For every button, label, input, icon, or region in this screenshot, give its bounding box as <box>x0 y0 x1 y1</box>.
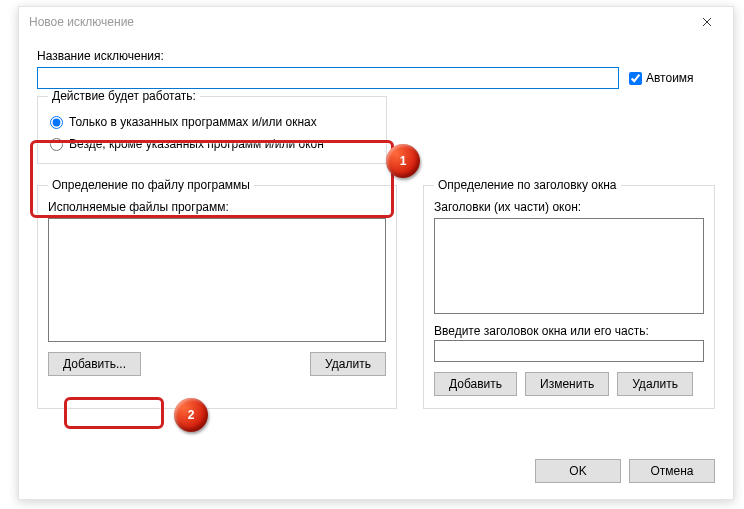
cancel-button[interactable]: Отмена <box>629 459 715 483</box>
action-scope-legend: Действие будет работать: <box>48 89 200 103</box>
title-list-label: Заголовки (их части) окон: <box>434 200 704 214</box>
delete-title-button[interactable]: Удалить <box>617 372 693 396</box>
window-title-input[interactable] <box>434 340 704 362</box>
title-group-legend: Определение по заголовку окна <box>434 178 621 192</box>
dialog-footer: OK Отмена <box>535 459 715 483</box>
window-titles-listbox[interactable] <box>434 218 704 314</box>
close-icon <box>702 17 712 27</box>
auto-name-check[interactable] <box>629 72 642 85</box>
add-title-button[interactable]: Добавить <box>434 372 517 396</box>
action-scope-group: Действие будет работать: Только в указан… <box>37 89 387 164</box>
title-definition-group: Определение по заголовку окна Заголовки … <box>423 178 715 409</box>
radio-only[interactable] <box>50 116 63 129</box>
file-group-legend: Определение по файлу программы <box>48 178 254 192</box>
radio-except[interactable] <box>50 138 63 151</box>
file-definition-group: Определение по файлу программы Исполняем… <box>37 178 397 409</box>
delete-file-button[interactable]: Удалить <box>310 352 386 376</box>
file-list-label: Исполняемые файлы программ: <box>48 200 386 214</box>
close-button[interactable] <box>685 8 729 36</box>
dialog-window: Новое исключение Название исключения: Ав… <box>18 6 734 500</box>
auto-name-label: Автоимя <box>646 71 694 85</box>
title-input-label: Введите заголовок окна или его часть: <box>434 324 704 338</box>
ok-button[interactable]: OK <box>535 459 621 483</box>
name-label: Название исключения: <box>37 49 715 63</box>
executable-files-listbox[interactable] <box>48 218 386 342</box>
auto-name-checkbox[interactable]: Автоимя <box>629 71 694 85</box>
radio-except-label: Везде, кроме указанных программ и/или ок… <box>69 137 324 151</box>
radio-except-row[interactable]: Везде, кроме указанных программ и/или ок… <box>50 137 376 151</box>
edit-title-button[interactable]: Изменить <box>525 372 609 396</box>
window-title: Новое исключение <box>29 15 685 29</box>
radio-only-row[interactable]: Только в указанных программах и/или окна… <box>50 115 376 129</box>
add-file-button[interactable]: Добавить... <box>48 352 141 376</box>
exclusion-name-input[interactable] <box>37 67 619 89</box>
radio-only-label: Только в указанных программах и/или окна… <box>69 115 317 129</box>
titlebar: Новое исключение <box>19 7 733 37</box>
